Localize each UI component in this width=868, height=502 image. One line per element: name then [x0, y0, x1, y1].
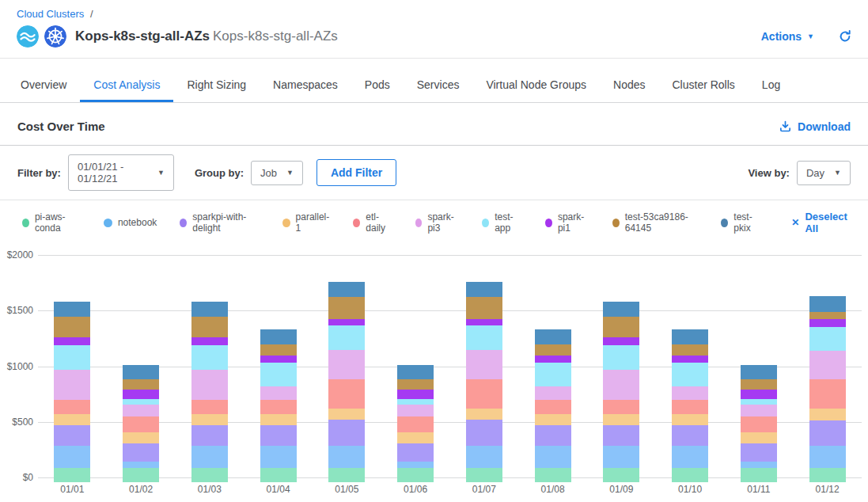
legend-item-spark-pi1[interactable]: spark-pi1	[545, 211, 589, 234]
bar-segment-parallel-1[interactable]	[466, 409, 502, 420]
bar-segment-spark-pi1[interactable]	[397, 390, 434, 399]
stacked-bar-01/01[interactable]	[54, 302, 90, 482]
bar-segment-notebook[interactable]	[535, 446, 571, 468]
bar-segment-parallel-1[interactable]	[328, 409, 365, 420]
view-by-select[interactable]: Day ▼	[797, 161, 851, 185]
bar-segment-notebook[interactable]	[191, 446, 228, 468]
stacked-bar-01/04[interactable]	[260, 329, 297, 482]
bar-segment-spark-pi1[interactable]	[535, 356, 571, 363]
bar-segment-spark-pi3[interactable]	[741, 405, 777, 416]
tab-virtual-node-groups[interactable]: Virtual Node Groups	[472, 68, 600, 102]
stacked-bar-01/06[interactable]	[397, 365, 434, 482]
bar-segment-test-app[interactable]	[123, 399, 159, 405]
bar-segment-etl-daily[interactable]	[535, 400, 571, 414]
stacked-bar-01/12[interactable]	[809, 296, 846, 482]
bar-segment-etl-daily[interactable]	[191, 400, 228, 414]
tab-nodes[interactable]: Nodes	[600, 68, 658, 102]
bar-segment-pi-aws-conda[interactable]	[603, 468, 639, 482]
bar-segment-pi-aws-conda[interactable]	[54, 468, 90, 482]
bar-segment-parallel-1[interactable]	[672, 414, 708, 425]
bar-segment-sparkpi-with-delight[interactable]	[809, 420, 846, 446]
tab-log[interactable]: Log	[749, 68, 794, 102]
bar-segment-test-app[interactable]	[809, 327, 846, 351]
legend-item-pi-aws-conda[interactable]: pi-aws-conda	[22, 211, 81, 234]
stacked-bar-01/03[interactable]	[191, 302, 228, 482]
tab-namespaces[interactable]: Namespaces	[260, 68, 351, 102]
stacked-bar-01/11[interactable]	[741, 365, 777, 482]
bar-segment-spark-pi3[interactable]	[54, 370, 90, 400]
bar-segment-spark-pi1[interactable]	[191, 337, 228, 345]
bar-segment-test-pkix[interactable]	[535, 329, 571, 344]
bar-segment-notebook[interactable]	[123, 462, 159, 468]
bar-segment-notebook[interactable]	[741, 462, 777, 468]
bar-segment-spark-pi3[interactable]	[466, 350, 502, 379]
legend-item-sparkpi-with-delight[interactable]: sparkpi-with-delight	[180, 211, 259, 234]
bar-segment-test-pkix[interactable]	[123, 365, 159, 379]
bar-segment-pi-aws-conda[interactable]	[809, 468, 846, 482]
bar-segment-test-53ca9186-64145[interactable]	[123, 379, 159, 390]
bar-segment-spark-pi1[interactable]	[672, 356, 708, 363]
legend-item-etl-daily[interactable]: etl-daily	[353, 211, 392, 234]
tab-overview[interactable]: Overview	[7, 68, 80, 102]
bar-segment-spark-pi3[interactable]	[603, 370, 639, 400]
stacked-bar-01/09[interactable]	[603, 302, 639, 482]
bar-segment-pi-aws-conda[interactable]	[466, 468, 502, 482]
bar-segment-test-app[interactable]	[741, 399, 777, 405]
deselect-all-button[interactable]: ✕Deselect All	[791, 211, 851, 234]
bar-segment-notebook[interactable]	[260, 446, 297, 468]
bar-segment-spark-pi3[interactable]	[123, 405, 159, 416]
bar-segment-notebook[interactable]	[809, 446, 846, 469]
legend-item-parallel-1[interactable]: parallel-1	[282, 211, 331, 234]
bar-segment-test-53ca9186-64145[interactable]	[741, 379, 777, 390]
tab-right-sizing[interactable]: Right Sizing	[173, 68, 260, 102]
bar-segment-spark-pi1[interactable]	[466, 319, 502, 325]
bar-segment-test-pkix[interactable]	[809, 296, 846, 312]
legend-item-notebook[interactable]: notebook	[104, 217, 157, 228]
bar-segment-sparkpi-with-delight[interactable]	[741, 443, 777, 462]
bar-segment-sparkpi-with-delight[interactable]	[397, 443, 434, 462]
bar-segment-sparkpi-with-delight[interactable]	[603, 425, 639, 445]
bar-segment-test-53ca9186-64145[interactable]	[260, 344, 297, 356]
bar-segment-notebook[interactable]	[54, 446, 90, 468]
bar-segment-etl-daily[interactable]	[603, 400, 639, 414]
bar-segment-spark-pi3[interactable]	[672, 386, 708, 400]
bar-segment-spark-pi1[interactable]	[54, 337, 90, 345]
tab-cluster-rolls[interactable]: Cluster Rolls	[658, 68, 748, 102]
bar-segment-parallel-1[interactable]	[603, 414, 639, 425]
bar-segment-test-app[interactable]	[260, 363, 297, 386]
bar-segment-test-app[interactable]	[672, 363, 708, 386]
bar-segment-etl-daily[interactable]	[260, 400, 297, 414]
bar-segment-test-53ca9186-64145[interactable]	[54, 317, 90, 338]
bar-segment-test-pkix[interactable]	[672, 329, 708, 344]
bar-segment-etl-daily[interactable]	[123, 416, 159, 432]
bar-segment-spark-pi3[interactable]	[535, 386, 571, 400]
bar-segment-notebook[interactable]	[672, 446, 708, 468]
tab-services[interactable]: Services	[404, 68, 473, 102]
bar-segment-spark-pi1[interactable]	[328, 319, 365, 325]
bar-segment-notebook[interactable]	[603, 446, 639, 468]
bar-segment-test-app[interactable]	[328, 325, 365, 350]
date-range-select[interactable]: 01/01/21 - 01/12/21 ▼	[68, 154, 174, 191]
bar-segment-sparkpi-with-delight[interactable]	[328, 420, 365, 445]
bar-segment-test-pkix[interactable]	[54, 302, 90, 316]
bar-segment-notebook[interactable]	[466, 446, 502, 468]
legend-item-test-app[interactable]: test-app	[482, 211, 522, 234]
group-by-select[interactable]: Job ▼	[251, 161, 303, 185]
bar-segment-test-53ca9186-64145[interactable]	[466, 297, 502, 318]
breadcrumb-link-cloud-clusters[interactable]: Cloud Clusters	[17, 8, 84, 20]
bar-segment-etl-daily[interactable]	[466, 379, 502, 409]
legend-item-test-53ca9186-64145[interactable]: test-53ca9186-64145	[612, 211, 699, 234]
bar-segment-test-pkix[interactable]	[603, 302, 639, 316]
tab-pods[interactable]: Pods	[351, 68, 404, 102]
bar-segment-pi-aws-conda[interactable]	[535, 468, 571, 482]
bar-segment-sparkpi-with-delight[interactable]	[535, 425, 571, 445]
actions-button[interactable]: Actions ▼	[761, 30, 814, 43]
bar-segment-parallel-1[interactable]	[809, 409, 846, 421]
bar-segment-pi-aws-conda[interactable]	[741, 468, 777, 482]
bar-segment-test-pkix[interactable]	[260, 329, 297, 344]
bar-segment-sparkpi-with-delight[interactable]	[672, 425, 708, 445]
bar-segment-notebook[interactable]	[397, 462, 434, 468]
bar-segment-etl-daily[interactable]	[741, 416, 777, 432]
bar-segment-spark-pi1[interactable]	[741, 390, 777, 399]
bar-segment-parallel-1[interactable]	[191, 414, 228, 425]
